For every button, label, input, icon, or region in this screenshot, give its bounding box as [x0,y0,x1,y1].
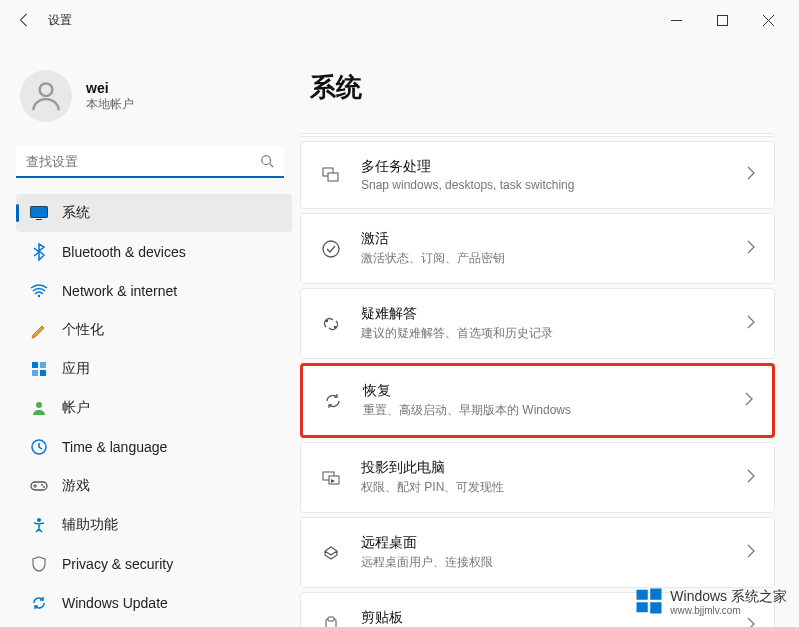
svg-rect-7 [40,362,46,368]
sidebar-item-label: 应用 [62,360,90,378]
sidebar-item-system[interactable]: 系统 [16,194,292,232]
accounts-icon [30,399,48,417]
sidebar-item-label: 个性化 [62,321,104,339]
card-desc: Snap windows, desktops, task switching [361,178,746,192]
card-title: 投影到此电脑 [361,459,746,477]
search-container [16,146,284,178]
windows-logo-icon [634,586,664,619]
svg-rect-25 [637,590,648,600]
svg-point-15 [37,518,41,522]
card-title: 多任务处理 [361,158,746,176]
bluetooth-icon [30,243,48,261]
svg-rect-26 [651,589,662,600]
setting-card[interactable]: 投影到此电脑权限、配对 PIN、可发现性 [300,442,775,513]
card-title: 远程桌面 [361,534,746,552]
sidebar-item-update[interactable]: Windows Update [16,584,292,622]
sidebar-item-label: 系统 [62,204,90,222]
avatar [20,70,72,122]
sidebar-item-label: Windows Update [62,595,168,611]
svg-point-18 [323,241,339,257]
watermark-text: Windows 系统之家 [670,589,787,604]
svg-rect-6 [32,362,38,368]
svg-rect-22 [329,476,339,484]
card-icon [319,468,343,488]
svg-rect-9 [40,370,46,376]
chevron-right-icon [746,240,756,258]
sidebar-item-bluetooth[interactable]: Bluetooth & devices [16,233,292,271]
svg-point-1 [40,83,53,96]
content-area: 系统 多任务处理Snap windows, desktops, task swi… [300,40,799,627]
chevron-right-icon [746,469,756,487]
chevron-right-icon [746,166,756,184]
setting-card[interactable]: 激活激活状态、订阅、产品密钥 [300,213,775,284]
card-icon [319,616,343,627]
chevron-right-icon [744,392,754,410]
svg-rect-17 [328,173,338,181]
sidebar-item-apps[interactable]: 应用 [16,350,292,388]
card-icon [319,314,343,334]
svg-rect-28 [651,602,662,613]
account-type: 本地帐户 [86,96,134,113]
sidebar-item-accounts[interactable]: 帐户 [16,389,292,427]
sidebar-item-label: 帐户 [62,399,90,417]
sidebar-item-time[interactable]: Time & language [16,428,292,466]
accessibility-icon [30,516,48,534]
sidebar-item-network[interactable]: Network & internet [16,272,292,310]
sidebar-item-label: 游戏 [62,477,90,495]
watermark: Windows 系统之家 www.bjjmlv.com [634,586,787,619]
svg-rect-0 [717,15,727,25]
sidebar-item-label: Privacy & security [62,556,173,572]
minimize-button[interactable] [653,4,699,36]
card-icon [321,391,345,411]
maximize-button[interactable] [699,4,745,36]
network-icon [30,282,48,300]
setting-card[interactable]: 远程桌面远程桌面用户、连接权限 [300,517,775,588]
setting-card[interactable]: 多任务处理Snap windows, desktops, task switch… [300,141,775,209]
setting-card[interactable]: 疑难解答建议的疑难解答、首选项和历史记录 [300,288,775,359]
search-input[interactable] [16,146,284,178]
sidebar-item-privacy[interactable]: Privacy & security [16,545,292,583]
card-icon [319,165,343,185]
search-icon [260,154,274,172]
sidebar: wei 本地帐户 系统Bluetooth & devicesNetwork & … [0,40,300,627]
sidebar-item-label: Network & internet [62,283,177,299]
svg-point-14 [43,486,45,488]
card-desc: 远程桌面用户、连接权限 [361,554,746,571]
chevron-right-icon [746,315,756,333]
svg-point-19 [326,319,328,321]
close-button[interactable] [745,4,791,36]
svg-point-20 [334,325,336,327]
time-icon [30,438,48,456]
card-desc: 权限、配对 PIN、可发现性 [361,479,746,496]
account-name: wei [86,80,134,96]
setting-card[interactable]: 恢复重置、高级启动、早期版本的 Windows [300,363,775,438]
sidebar-item-gaming[interactable]: 游戏 [16,467,292,505]
card-icon [319,543,343,563]
chevron-right-icon [746,544,756,562]
card-title: 恢复 [363,382,744,400]
svg-rect-27 [637,602,648,612]
svg-rect-8 [32,370,38,376]
svg-rect-3 [31,207,48,218]
card-icon [319,239,343,259]
sidebar-item-accessibility[interactable]: 辅助功能 [16,506,292,544]
system-icon [30,204,48,222]
card-desc: 重置、高级启动、早期版本的 Windows [363,402,744,419]
svg-rect-24 [328,617,334,621]
personalize-icon [30,321,48,339]
svg-point-13 [41,484,43,486]
sidebar-item-label: Time & language [62,439,167,455]
account-section[interactable]: wei 本地帐户 [8,52,300,146]
svg-point-10 [36,402,42,408]
card-partial-top[interactable] [300,133,775,137]
sidebar-item-label: Bluetooth & devices [62,244,186,260]
window-title: 设置 [48,12,72,29]
card-desc: 建议的疑难解答、首选项和历史记录 [361,325,746,342]
gaming-icon [30,477,48,495]
back-button[interactable] [8,4,40,36]
card-title: 疑难解答 [361,305,746,323]
svg-point-5 [38,295,40,297]
sidebar-item-personalize[interactable]: 个性化 [16,311,292,349]
apps-icon [30,360,48,378]
update-icon [30,594,48,612]
